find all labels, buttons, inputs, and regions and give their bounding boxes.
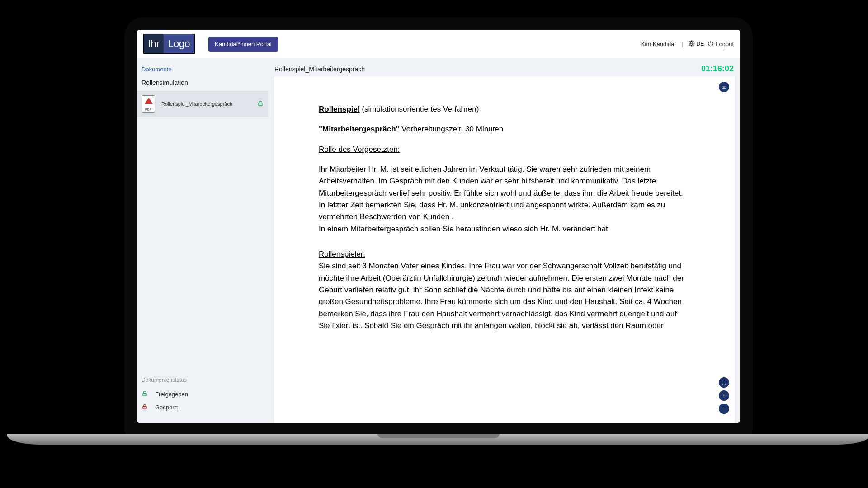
document-body[interactable]: Rollenspiel (simulationsorientiertes Ver… xyxy=(274,76,735,423)
timer: 01:16:02 xyxy=(701,64,734,74)
sidebar-bottom: Dokumentenstatus Freigegeben Gesperrt xyxy=(137,377,268,417)
portal-button[interactable]: Kandidat*innen Portal xyxy=(208,37,278,52)
pdf-icon xyxy=(142,95,155,113)
doc-heading-rest: (simulationsorientiertes Verfahren) xyxy=(360,105,479,113)
app-screen: Ihr Logo Kandidat*innen Portal Kim Kandi… xyxy=(137,30,740,423)
laptop-notch xyxy=(377,434,500,438)
power-icon xyxy=(708,40,714,48)
doc-sub-rest: Vorbereitungszeit: 30 Minuten xyxy=(400,125,504,133)
laptop-body: Ihr Logo Kandidat*innen Portal Kim Kandi… xyxy=(124,17,753,436)
app-main: Dokumente Rollensimulation Rollenspiel_M… xyxy=(137,58,740,423)
logo: Ihr Logo xyxy=(143,34,195,54)
sidebar-documents-label: Dokumente xyxy=(137,66,268,79)
unlock-icon xyxy=(142,390,148,398)
svg-rect-2 xyxy=(143,393,146,396)
logout-label: Logout xyxy=(716,41,734,47)
logo-text-right: Logo xyxy=(164,34,194,53)
sidebar-doc-name: Rollenspiel_Mitarbeitergespräch xyxy=(161,101,251,107)
legend-open: Freigegeben xyxy=(142,390,264,398)
svg-rect-1 xyxy=(259,103,262,106)
legend-locked-label: Gesperrt xyxy=(155,404,178,411)
role2-label: Rollenspieler: xyxy=(319,250,365,258)
sidebar: Dokumente Rollensimulation Rollenspiel_M… xyxy=(137,58,268,423)
doc-para2-text: Sie sind seit 3 Monaten Vater eines Kind… xyxy=(319,262,684,330)
separator: | xyxy=(681,41,683,47)
user-name: Kim Kandidat xyxy=(641,41,676,47)
header-right: Kim Kandidat | DE Logout xyxy=(641,40,734,48)
unlock-icon xyxy=(257,100,264,108)
language-code: DE xyxy=(697,41,704,47)
app-header: Ihr Logo Kandidat*innen Portal Kim Kandi… xyxy=(137,30,740,58)
legend-open-label: Freigegeben xyxy=(155,391,188,398)
role2: Rollenspieler: Sie sind seit 3 Monaten V… xyxy=(319,249,689,332)
content-title: Rollenspiel_Mitarbeitergespräch xyxy=(274,66,365,73)
logo-text-left: Ihr xyxy=(144,34,164,53)
laptop-mockup: Ihr Logo Kandidat*innen Portal Kim Kandi… xyxy=(124,17,753,445)
sidebar-doc-item[interactable]: Rollenspiel_Mitarbeitergespräch xyxy=(137,91,268,117)
svg-rect-3 xyxy=(143,406,146,409)
laptop-base xyxy=(7,434,868,445)
doc-heading: Rollenspiel (simulationsorientiertes Ver… xyxy=(319,103,689,115)
logout-button[interactable]: Logout xyxy=(708,40,734,48)
doc-para1-text: Ihr Mitarbeiter Hr. M. ist seit etlichen… xyxy=(319,165,683,221)
globe-icon xyxy=(689,40,695,48)
document-surface: Rollenspiel (simulationsorientiertes Ver… xyxy=(274,76,735,423)
content-header: Rollenspiel_Mitarbeitergespräch 01:16:02 xyxy=(274,64,735,76)
legend-locked: Gesperrt xyxy=(142,404,264,411)
doc-subheading: "Mitarbeitergespräch" Vorbereitungszeit:… xyxy=(319,123,689,135)
sidebar-simulation-label: Rollensimulation xyxy=(137,79,268,91)
language-switch[interactable]: DE xyxy=(689,40,704,48)
doc-para1: Ihr Mitarbeiter Hr. M. ist seit etlichen… xyxy=(319,164,689,235)
content-pane: Rollenspiel_Mitarbeitergespräch 01:16:02 xyxy=(268,58,740,423)
doc-para1b-text: In einem Mitarbeitergespräch sollen Sie … xyxy=(319,225,610,233)
doc-sub-bold: "Mitarbeitergespräch" xyxy=(319,125,400,133)
lock-icon xyxy=(142,404,148,411)
status-heading: Dokumentenstatus xyxy=(142,377,264,383)
role-label: Rolle des Vorgesetzten: xyxy=(319,144,689,155)
doc-heading-bold: Rollenspiel xyxy=(319,105,360,113)
